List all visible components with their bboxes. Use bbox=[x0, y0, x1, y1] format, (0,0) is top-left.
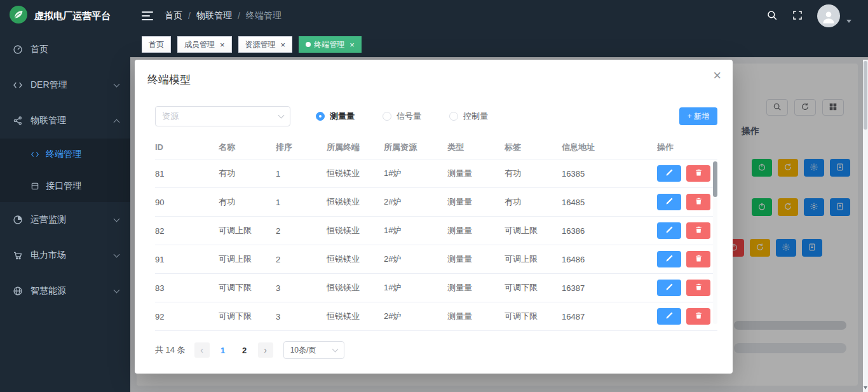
column-header: 操作 bbox=[657, 142, 717, 153]
breadcrumb-home[interactable]: 首页 bbox=[165, 10, 182, 22]
cell: 测量量 bbox=[447, 311, 505, 322]
cell: 有功 bbox=[505, 168, 562, 179]
row-actions bbox=[657, 308, 717, 325]
page-scrollbar[interactable] bbox=[863, 60, 868, 392]
radio-measurement[interactable]: 测量量 bbox=[316, 111, 355, 122]
page-size-select[interactable]: 10条/页 bbox=[283, 341, 344, 359]
sidebar-item-operation-monitoring[interactable]: 运营监测 bbox=[0, 202, 130, 238]
cell: 恒锐镁业 bbox=[327, 253, 384, 265]
scrollbar-thumb[interactable] bbox=[713, 161, 717, 197]
close-icon[interactable]: × bbox=[281, 40, 286, 50]
cell: 16486 bbox=[562, 255, 657, 264]
pagination-total: 共 14 条 bbox=[155, 344, 186, 356]
radio-checked-icon bbox=[316, 112, 325, 121]
edit-button[interactable] bbox=[657, 251, 681, 267]
tab-resource-management[interactable]: 资源管理 × bbox=[238, 36, 293, 53]
table-row: 83可调下限3恒锐镁业1#炉测量量可调下限16387 bbox=[155, 274, 717, 302]
active-tab-dot bbox=[306, 42, 311, 47]
breadcrumb-current: 终端管理 bbox=[246, 10, 281, 22]
radio-control[interactable]: 控制量 bbox=[449, 111, 488, 122]
fullscreen-icon bbox=[792, 10, 803, 23]
cell: 可调上限 bbox=[219, 253, 276, 265]
edit-button[interactable] bbox=[657, 194, 681, 210]
caret-down-icon[interactable] bbox=[846, 20, 851, 23]
cell: 16385 bbox=[562, 169, 657, 179]
resource-select[interactable]: 资源 bbox=[155, 106, 290, 126]
fullscreen-button[interactable] bbox=[792, 10, 803, 23]
cell: 3 bbox=[276, 283, 327, 293]
cell: 16386 bbox=[562, 226, 657, 236]
cell: 可调下限 bbox=[505, 311, 562, 322]
cell: 有功 bbox=[219, 196, 276, 208]
trash-icon bbox=[695, 283, 703, 293]
cell: 3 bbox=[276, 312, 327, 321]
search-button[interactable] bbox=[766, 10, 778, 23]
sidebar-menu: 首页 DER管理 物联管理 终端管理 接口管理 bbox=[0, 32, 130, 309]
edit-button[interactable] bbox=[657, 165, 681, 182]
tab-bar: 首页 成员管理 × 资源管理 × 终端管理 × bbox=[130, 32, 868, 57]
sidebar-item-terminal-management[interactable]: 终端管理 bbox=[0, 139, 130, 170]
cell: 2 bbox=[276, 255, 327, 264]
sidebar-item-interface-management[interactable]: 接口管理 bbox=[0, 170, 130, 202]
column-header: 所属资源 bbox=[384, 142, 447, 153]
sidebar-item-label: 智慧能源 bbox=[31, 285, 66, 297]
sidebar-item-power-market[interactable]: 电力市场 bbox=[0, 238, 130, 273]
scroll-down-arrow-icon[interactable] bbox=[863, 386, 868, 389]
avatar[interactable] bbox=[817, 4, 840, 27]
cell: 2#炉 bbox=[384, 253, 447, 265]
prev-page-button[interactable]: ‹ bbox=[194, 342, 210, 358]
sidebar-item-iot-management[interactable]: 物联管理 bbox=[0, 103, 130, 139]
cell: 1#炉 bbox=[384, 168, 447, 179]
delete-button[interactable] bbox=[686, 194, 710, 210]
pencil-icon bbox=[665, 197, 674, 207]
close-icon[interactable]: × bbox=[713, 69, 721, 83]
tab-home[interactable]: 首页 bbox=[142, 36, 171, 53]
menu-toggle-button[interactable] bbox=[130, 11, 165, 20]
delete-button[interactable] bbox=[686, 308, 710, 325]
edit-button[interactable] bbox=[657, 222, 681, 239]
delete-button[interactable] bbox=[686, 165, 710, 182]
cell: 2 bbox=[276, 226, 327, 236]
breadcrumb-iot[interactable]: 物联管理 bbox=[196, 10, 232, 22]
trash-icon bbox=[695, 197, 703, 207]
trash-icon bbox=[695, 311, 703, 321]
pagination: 共 14 条 ‹ 1 2 › 10条/页 bbox=[155, 341, 717, 359]
sidebar-item-label: 物联管理 bbox=[31, 115, 66, 126]
sidebar-item-der-management[interactable]: DER管理 bbox=[0, 67, 130, 103]
delete-button[interactable] bbox=[686, 251, 710, 267]
scrollbar-thumb[interactable] bbox=[864, 61, 867, 130]
page-number-2[interactable]: 2 bbox=[236, 346, 253, 355]
sidebar-submenu-iot: 终端管理 接口管理 bbox=[0, 139, 130, 202]
edit-button[interactable] bbox=[657, 308, 681, 325]
sidebar-item-label: DER管理 bbox=[31, 79, 67, 91]
app-title: 虚拟电厂运营平台 bbox=[34, 10, 111, 22]
edit-button[interactable] bbox=[657, 280, 681, 296]
page-number-1[interactable]: 1 bbox=[215, 346, 231, 355]
next-page-button[interactable]: › bbox=[258, 342, 273, 358]
app-logo-row: 虚拟电厂运营平台 bbox=[0, 0, 130, 32]
tab-member-management[interactable]: 成员管理 × bbox=[177, 36, 232, 53]
cell: 可调下限 bbox=[505, 282, 562, 294]
sidebar-item-label: 接口管理 bbox=[46, 180, 81, 192]
sidebar-item-smart-energy[interactable]: 智慧能源 bbox=[0, 273, 130, 309]
delete-button[interactable] bbox=[686, 280, 710, 296]
cell: 92 bbox=[155, 312, 219, 321]
pencil-icon bbox=[665, 168, 674, 179]
search-icon bbox=[766, 10, 778, 23]
cell: 2#炉 bbox=[384, 196, 447, 208]
close-icon[interactable]: × bbox=[220, 40, 225, 50]
breadcrumb-separator: / bbox=[238, 11, 240, 21]
cell: 测量量 bbox=[447, 282, 505, 294]
add-button[interactable]: + 新增 bbox=[679, 107, 717, 125]
cell: 91 bbox=[155, 255, 219, 264]
sidebar-item-home[interactable]: 首页 bbox=[0, 32, 130, 67]
cell: 恒锐镁业 bbox=[327, 196, 384, 208]
table-scrollbar[interactable] bbox=[713, 161, 717, 324]
radio-signal[interactable]: 信号量 bbox=[383, 111, 421, 122]
chevron-down-icon bbox=[332, 346, 338, 353]
cell: 可调上限 bbox=[505, 225, 562, 236]
close-icon[interactable]: × bbox=[349, 40, 355, 50]
delete-button[interactable] bbox=[686, 222, 710, 239]
cell: 可调上限 bbox=[505, 253, 562, 265]
tab-terminal-management[interactable]: 终端管理 × bbox=[299, 36, 362, 53]
